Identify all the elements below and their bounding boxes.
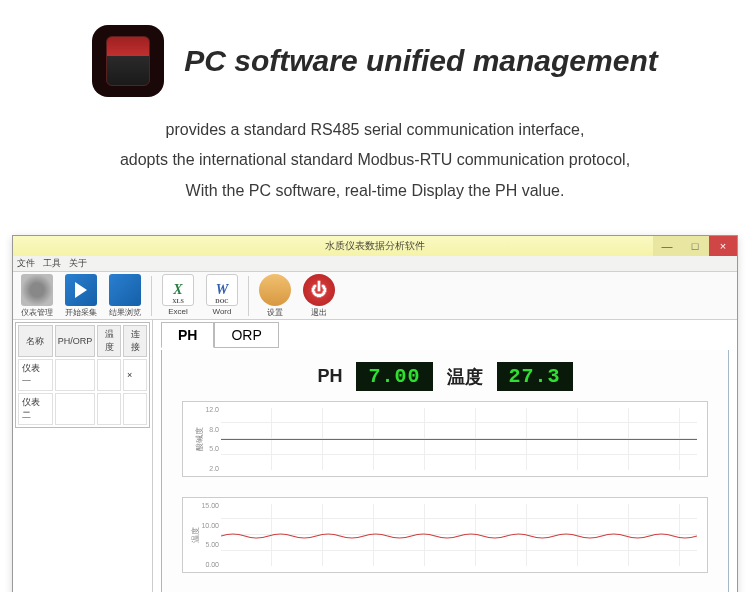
- chart-yticks: 12.0 8.0 5.0 2.0: [199, 406, 219, 472]
- menu-about[interactable]: 关于: [69, 257, 87, 270]
- menu-bar: 文件 工具 关于: [13, 256, 737, 272]
- tab-ph[interactable]: PH: [161, 322, 214, 348]
- separator: [248, 276, 249, 316]
- chart-trace: [221, 532, 697, 540]
- device-sidebar: 名称 PH/ORP 温度 连接 仪表一 × 仪表二: [13, 320, 153, 592]
- col-name[interactable]: 名称: [18, 325, 53, 357]
- col-conn[interactable]: 连接: [123, 325, 147, 357]
- window-titlebar[interactable]: 水质仪表数据分析软件 — □ ×: [13, 236, 737, 256]
- ph-label: PH: [317, 366, 342, 387]
- close-button[interactable]: ×: [709, 236, 737, 256]
- gear-icon: [21, 274, 53, 306]
- temp-chart: 温度 15.00 10.00 5.00 0.00: [182, 497, 708, 573]
- word-icon: W: [206, 274, 238, 306]
- table-row[interactable]: 仪表一 ×: [18, 359, 147, 391]
- maximize-button[interactable]: □: [681, 236, 709, 256]
- table-row[interactable]: 仪表二: [18, 393, 147, 425]
- separator: [151, 276, 152, 316]
- toolbar-exit[interactable]: ⏻ 退出: [299, 274, 339, 318]
- toolbar-excel[interactable]: X Excel: [158, 274, 198, 316]
- col-phorp[interactable]: PH/ORP: [55, 325, 96, 357]
- toolbar-device-mgmt[interactable]: 仪表管理: [17, 274, 57, 318]
- desc-line: adopts the international standard Modbus…: [0, 145, 750, 175]
- software-window: 水质仪表数据分析软件 — □ × 文件 工具 关于 仪表管理 开始采集 结果浏览…: [12, 235, 738, 592]
- chart-trace: [221, 439, 697, 440]
- chart-yticks: 15.00 10.00 5.00 0.00: [199, 502, 219, 568]
- play-icon: [65, 274, 97, 306]
- ph-chart: 酸碱度 12.0 8.0 5.0 2.0: [182, 401, 708, 477]
- description-block: provides a standard RS485 serial communi…: [0, 115, 750, 206]
- toolbar-start-acquisition[interactable]: 开始采集: [61, 274, 101, 318]
- device-table[interactable]: 名称 PH/ORP 温度 连接 仪表一 × 仪表二: [15, 322, 150, 428]
- power-icon: ⏻: [303, 274, 335, 306]
- tab-orp[interactable]: ORP: [214, 322, 278, 348]
- desc-line: With the PC software, real-time Display …: [0, 176, 750, 206]
- page-title: PC software unified management: [184, 44, 657, 78]
- settings-icon: [259, 274, 291, 306]
- display-panel: PH 7.00 温度 27.3 酸碱度 12.0 8.0 5.0 2.0: [161, 350, 729, 592]
- col-temp[interactable]: 温度: [97, 325, 121, 357]
- desc-line: provides a standard RS485 serial communi…: [0, 115, 750, 145]
- excel-icon: X: [162, 274, 194, 306]
- book-icon: [109, 274, 141, 306]
- menu-file[interactable]: 文件: [17, 257, 35, 270]
- toolbar: 仪表管理 开始采集 结果浏览 X Excel W Word 设置 ⏻ 退出: [13, 272, 737, 320]
- ph-value: 7.00: [356, 362, 432, 391]
- menu-tools[interactable]: 工具: [43, 257, 61, 270]
- temp-value: 27.3: [497, 362, 573, 391]
- minimize-button[interactable]: —: [653, 236, 681, 256]
- toolbar-word[interactable]: W Word: [202, 274, 242, 316]
- toolbar-result-view[interactable]: 结果浏览: [105, 274, 145, 318]
- temp-label: 温度: [447, 365, 483, 389]
- window-title: 水质仪表数据分析软件: [325, 239, 425, 253]
- toolbar-settings[interactable]: 设置: [255, 274, 295, 318]
- app-logo-icon: [92, 25, 164, 97]
